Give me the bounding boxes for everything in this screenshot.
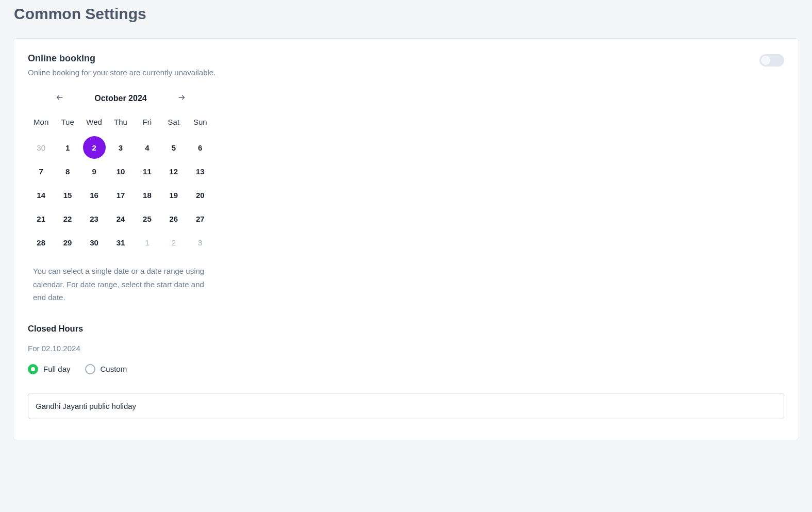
- calendar-day[interactable]: 12: [160, 159, 187, 183]
- calendar-day[interactable]: 14: [28, 183, 54, 207]
- calendar-day[interactable]: 17: [107, 183, 134, 207]
- calendar-day[interactable]: 29: [54, 230, 80, 254]
- calendar-day[interactable]: 1: [134, 230, 160, 254]
- calendar-day[interactable]: 8: [54, 159, 80, 183]
- calendar-day[interactable]: 2: [160, 230, 187, 254]
- calendar-day[interactable]: 28: [28, 230, 54, 254]
- radio-circle-icon: [85, 364, 95, 374]
- calendar-day[interactable]: 19: [160, 183, 187, 207]
- calendar-day[interactable]: 7: [28, 159, 54, 183]
- page: Common Settings Online booking Online bo…: [0, 0, 812, 440]
- closed-hours-radio-group: Full day Custom: [28, 364, 784, 374]
- calendar-day[interactable]: 3: [107, 136, 134, 159]
- calendar-day[interactable]: 21: [28, 207, 54, 230]
- calendar-day[interactable]: 6: [187, 136, 213, 159]
- calendar-day[interactable]: 23: [81, 207, 107, 230]
- online-booking-sub: Online booking for your store are curren…: [28, 68, 216, 77]
- calendar-help-text: You can select a single date or a date r…: [28, 265, 213, 304]
- calendar-dow: Sun: [187, 118, 213, 136]
- calendar-day[interactable]: 27: [187, 207, 213, 230]
- calendar-day[interactable]: 16: [81, 183, 107, 207]
- online-booking-text: Online booking Online booking for your s…: [28, 53, 216, 77]
- calendar-day[interactable]: 25: [134, 207, 160, 230]
- calendar-month-label: October 2024: [94, 94, 146, 103]
- calendar-day[interactable]: 3: [187, 230, 213, 254]
- calendar-dow: Tue: [54, 118, 80, 136]
- radio-custom[interactable]: Custom: [85, 364, 127, 374]
- calendar-next-button[interactable]: [175, 92, 188, 105]
- calendar-prev-button[interactable]: [54, 92, 66, 105]
- calendar: October 2024 MonTueWedThuFriSatSun301234…: [28, 92, 213, 304]
- calendar-dow: Mon: [28, 118, 54, 136]
- calendar-day[interactable]: 30: [81, 230, 107, 254]
- calendar-day[interactable]: 31: [107, 230, 134, 254]
- calendar-day[interactable]: 4: [134, 136, 160, 159]
- settings-card: Online booking Online booking for your s…: [13, 38, 799, 440]
- calendar-day[interactable]: 26: [160, 207, 187, 230]
- closed-reason-input[interactable]: [28, 393, 784, 419]
- online-booking-heading: Online booking: [28, 53, 216, 64]
- calendar-dow: Thu: [107, 118, 134, 136]
- calendar-dow: Wed: [81, 118, 107, 136]
- online-booking-toggle[interactable]: [759, 54, 784, 67]
- radio-circle-icon: [28, 364, 38, 374]
- radio-full-day-label: Full day: [43, 365, 71, 373]
- calendar-dow: Fri: [134, 118, 160, 136]
- arrow-left-icon: [56, 93, 64, 104]
- calendar-dow: Sat: [160, 118, 187, 136]
- calendar-day[interactable]: 2: [81, 136, 107, 159]
- closed-hours-section: Closed Hours For 02.10.2024 Full day Cus…: [28, 324, 784, 419]
- calendar-day[interactable]: 22: [54, 207, 80, 230]
- calendar-header: October 2024: [28, 92, 213, 105]
- page-title: Common Settings: [13, 5, 799, 23]
- calendar-day[interactable]: 10: [107, 159, 134, 183]
- calendar-day[interactable]: 1: [54, 136, 80, 159]
- calendar-day[interactable]: 11: [134, 159, 160, 183]
- calendar-day[interactable]: 30: [28, 136, 54, 159]
- closed-hours-for-label: For 02.10.2024: [28, 344, 784, 353]
- radio-full-day[interactable]: Full day: [28, 364, 71, 374]
- closed-hours-heading: Closed Hours: [28, 324, 784, 334]
- calendar-day[interactable]: 18: [134, 183, 160, 207]
- arrow-right-icon: [177, 93, 186, 104]
- calendar-day[interactable]: 24: [107, 207, 134, 230]
- calendar-day[interactable]: 5: [160, 136, 187, 159]
- card-header: Online booking Online booking for your s…: [28, 53, 784, 77]
- calendar-day[interactable]: 9: [81, 159, 107, 183]
- radio-custom-label: Custom: [101, 365, 127, 373]
- calendar-day[interactable]: 13: [187, 159, 213, 183]
- calendar-grid: MonTueWedThuFriSatSun3012345678910111213…: [28, 118, 213, 254]
- calendar-day[interactable]: 15: [54, 183, 80, 207]
- calendar-day[interactable]: 20: [187, 183, 213, 207]
